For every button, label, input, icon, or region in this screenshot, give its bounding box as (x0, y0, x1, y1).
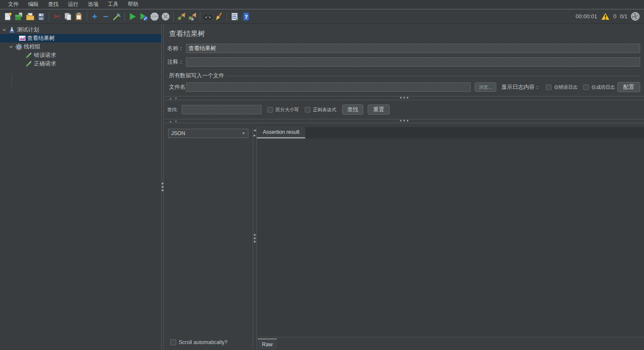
successes-only-checkbox-group: 仅成功日志 (583, 84, 615, 90)
tab-assertion-result[interactable]: Assertion result (257, 127, 305, 138)
toggle-icon[interactable] (111, 11, 122, 22)
search-reset-icon[interactable] (214, 11, 225, 22)
menu-bar: 文件 编辑 查找 运行 选项 工具 帮助 (0, 0, 644, 9)
comment-field[interactable] (186, 57, 640, 67)
start-icon[interactable] (127, 11, 138, 22)
new-file-icon[interactable] (3, 11, 14, 22)
results-tree-pane: JSON ▼ Scroll automatically? (164, 127, 253, 350)
copy-icon[interactable] (62, 11, 73, 22)
warning-icon[interactable] (601, 12, 610, 20)
menu-search[interactable]: 查找 (43, 1, 63, 8)
lower-splitter[interactable]: ▲▼ (164, 119, 644, 123)
successes-only-checkbox[interactable] (583, 85, 589, 90)
save-icon[interactable] (36, 11, 47, 22)
filename-label: 文件名 (169, 83, 186, 91)
help-icon[interactable]: ? (240, 11, 251, 22)
scroll-automatically-label[interactable]: Scroll automatically? (179, 339, 228, 345)
reset-button[interactable]: 重置 (368, 104, 390, 115)
shutdown-icon[interactable] (160, 11, 171, 22)
menu-options[interactable]: 选项 (83, 1, 103, 8)
search-label: 查找: (167, 107, 182, 113)
splitter-collapse-arrows[interactable]: ◀▶ (253, 129, 256, 137)
clear-all-icon[interactable] (187, 11, 198, 22)
splitter-grip (400, 97, 408, 99)
errors-only-checkbox-group: 仅错误日志 (546, 84, 577, 90)
start-no-pauses-icon[interactable] (138, 11, 149, 22)
cut-icon[interactable]: ✂ (51, 11, 62, 22)
tree-item-label: 查看结果树 (27, 34, 55, 42)
menu-edit[interactable]: 编辑 (23, 1, 43, 8)
clear-icon[interactable] (176, 11, 187, 22)
chevron-down-icon[interactable] (8, 44, 14, 49)
search-icon[interactable] (202, 11, 214, 22)
tree-main-splitter[interactable] (161, 24, 164, 350)
toolbar-separator (173, 12, 174, 21)
tree-item-test-plan[interactable]: 测试计划 (0, 25, 161, 34)
toolbar-separator (227, 12, 227, 21)
regex-checkbox[interactable] (305, 107, 310, 113)
errors-only-label[interactable]: 仅错误日志 (554, 84, 577, 90)
tree-item-error-request[interactable]: 错误请求 (0, 51, 161, 59)
menu-tools[interactable]: 工具 (103, 1, 123, 8)
case-sensitive-checkbox[interactable] (267, 107, 273, 113)
results-tree-icon (19, 35, 25, 42)
open-file-icon[interactable] (25, 11, 36, 22)
svg-text:?: ? (245, 14, 248, 20)
successes-only-label[interactable]: 仅成功日志 (591, 84, 615, 90)
splitter-collapse-arrows[interactable]: ▲▼ (169, 119, 180, 123)
viewer-splitter[interactable]: ◀▶ (253, 127, 257, 350)
splitter-grip (162, 183, 163, 191)
tree-item-success-request[interactable]: 正确请求 (0, 59, 161, 68)
stop-icon[interactable]: STOP (149, 11, 160, 22)
name-field[interactable] (186, 44, 640, 53)
tab-raw[interactable]: Raw (258, 339, 277, 350)
test-plan-tree: 测试计划 查看结果树 线程组 错误请 (0, 24, 161, 350)
file-group-title: 所有数据写入一个文件 (168, 72, 226, 79)
paste-icon[interactable] (73, 11, 84, 22)
tree-item-label: 线程组 (24, 43, 40, 51)
svg-text:STOP: STOP (152, 15, 157, 18)
templates-icon[interactable] (14, 11, 25, 22)
tree-item-thread-group[interactable]: 线程组 (0, 42, 161, 51)
toolbar-separator (200, 12, 200, 21)
scroll-automatically-checkbox[interactable] (170, 339, 176, 345)
menu-run[interactable]: 运行 (63, 1, 83, 8)
chevron-down-icon: ▼ (242, 131, 245, 135)
sampler-icon (25, 60, 32, 67)
active-threads-count: 0/1 (620, 13, 627, 20)
browse-button[interactable]: 浏览... (475, 82, 496, 92)
results-list (164, 138, 253, 339)
upper-splitter[interactable]: ▲▼ (164, 96, 644, 100)
search-input[interactable] (182, 105, 262, 114)
assertion-result-content (257, 138, 644, 337)
tree-item-view-results-tree[interactable]: 查看结果树 (0, 34, 161, 42)
errors-only-checkbox[interactable] (546, 85, 551, 90)
regex-label[interactable]: 正则表达式 (313, 107, 336, 113)
toolbar: ✂ + − STOP ? 00:00:01 (0, 9, 644, 24)
page-title: 查看结果树 (164, 24, 644, 40)
chevron-down-icon[interactable] (2, 27, 7, 32)
menu-file[interactable]: 文件 (3, 1, 23, 8)
main-content: 测试计划 查看结果树 线程组 错误请 (0, 24, 644, 350)
response-pane: Assertion result Raw (257, 127, 644, 350)
find-button[interactable]: 查找 (342, 104, 363, 115)
renderer-select[interactable]: JSON ▼ (168, 129, 248, 138)
splitter-collapse-arrows[interactable]: ▲▼ (169, 96, 180, 100)
filename-field[interactable] (186, 82, 471, 92)
collapse-all-icon[interactable]: − (100, 11, 111, 22)
remote-status-icon (631, 12, 640, 21)
elapsed-timer: 00:00:01 (576, 13, 597, 20)
function-helper-icon[interactable] (229, 11, 240, 22)
filename-row: 文件名 浏览... 显示日志内容： 仅错误日志 仅成功日志 配置 (164, 82, 644, 92)
render-tabstrip: Raw (257, 337, 644, 350)
name-label: 名称： (167, 45, 186, 52)
log-display-label: 显示日志内容： (501, 83, 540, 91)
menu-help[interactable]: 帮助 (123, 1, 143, 8)
expand-all-icon[interactable]: + (89, 11, 100, 22)
name-row: 名称： (164, 44, 644, 53)
scroll-automatically-group: Scroll automatically? (170, 339, 253, 345)
case-sensitive-label[interactable]: 区分大小写 (276, 107, 299, 113)
comment-label: 注释： (167, 58, 186, 66)
tab-label: Raw (262, 342, 273, 347)
config-button[interactable]: 配置 (617, 82, 640, 92)
